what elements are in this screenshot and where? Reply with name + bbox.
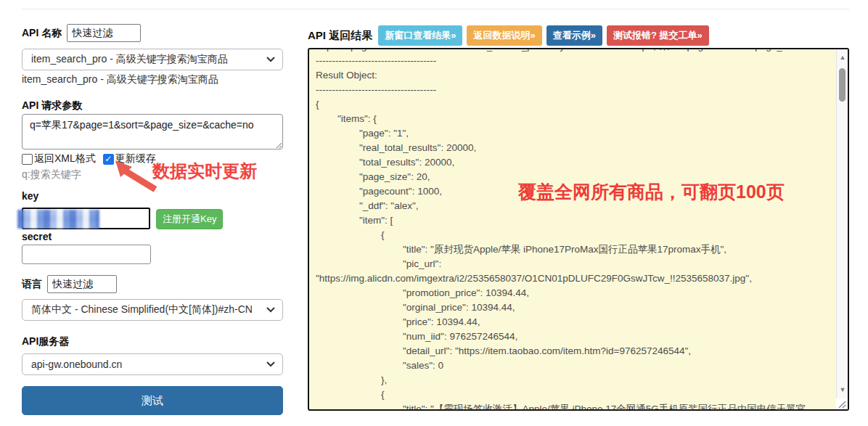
secret-input[interactable]: [22, 245, 151, 264]
coverage-annotation: 覆盖全网所有商品，可翻页100页: [518, 180, 785, 204]
api-name-filter-input[interactable]: [67, 24, 141, 42]
request-form-panel: API 名称 item_search_pro - 高级关键字搜索淘宝商品 ite…: [22, 0, 283, 426]
xml-format-checkbox[interactable]: [22, 154, 33, 165]
resize-grip-icon[interactable]: [836, 398, 848, 409]
api-test-page: API 名称 item_search_pro - 高级关键字搜索淘宝商品 ite…: [0, 0, 868, 426]
lang-row: 语言: [22, 275, 117, 293]
realtime-annotation: 数据实时更新: [152, 160, 257, 183]
params-textarea[interactable]: q=苹果17&page=1&sort=&page_size=&cache=no: [22, 114, 283, 149]
api-select[interactable]: item_search_pro - 高级关键字搜索淘宝商品: [22, 49, 283, 70]
key-input[interactable]: [22, 208, 150, 229]
secret-label: secret: [22, 231, 52, 242]
chevron-down-icon: [266, 57, 275, 62]
chevron-down-icon: [266, 307, 275, 313]
server-select[interactable]: api-gw.onebound.cn: [22, 353, 283, 375]
param-hint: q:搜索关键字: [22, 168, 81, 181]
register-key-button[interactable]: 注册开通Key: [156, 209, 223, 229]
result-vertical-scrollbar[interactable]: ▲ ▼: [836, 49, 848, 409]
return-data-docs-button[interactable]: 返回数据说明»: [467, 25, 541, 46]
api-select-value: item_search_pro - 高级关键字搜索淘宝商品: [31, 53, 266, 66]
key-label: key: [22, 190, 38, 202]
test-button[interactable]: 测试: [22, 386, 283, 415]
result-output-box: https://api-gw.onebound.cn/taobao/item_s…: [308, 48, 849, 411]
result-panel: API 返回结果 新窗口查看结果» 返回数据说明» 查看示例» 测试报错? 提交…: [308, 0, 851, 426]
view-example-button[interactable]: 查看示例»: [546, 25, 602, 46]
lang-label: 语言: [22, 278, 42, 291]
scroll-up-arrow-icon[interactable]: ▲: [837, 52, 848, 62]
api-name-row: API 名称: [22, 24, 141, 42]
lang-select-value: 简体中文 - Chinese Simplified(中文[简体])#zh-CN: [31, 303, 266, 316]
result-header: API 返回结果 新窗口查看结果» 返回数据说明» 查看示例» 测试报错? 提交…: [308, 25, 713, 46]
server-select-value: api-gw.onebound.cn: [31, 359, 266, 370]
xml-format-label: 返回XML格式: [34, 152, 96, 165]
result-title: API 返回结果: [308, 29, 372, 43]
lang-select[interactable]: 简体中文 - Chinese Simplified(中文[简体])#zh-CN: [22, 299, 283, 321]
api-select-caption: item_search_pro - 高级关键字搜索淘宝商品: [22, 73, 218, 86]
chevron-down-icon: [266, 361, 275, 367]
key-row: 注册开通Key: [22, 208, 283, 229]
lang-filter-input[interactable]: [47, 275, 117, 293]
result-json-text: https://api-gw.onebound.cn/taobao/item_s…: [309, 48, 835, 411]
server-label: API服务器: [22, 335, 69, 348]
report-error-ticket-button[interactable]: 测试报错? 提交工单»: [607, 25, 709, 46]
open-result-new-window-button[interactable]: 新窗口查看结果»: [378, 25, 462, 46]
scrollbar-thumb[interactable]: [839, 68, 846, 102]
scroll-down-arrow-icon[interactable]: ▼: [837, 385, 848, 395]
api-name-label: API 名称: [22, 27, 62, 40]
params-label: API 请求参数: [22, 99, 82, 112]
